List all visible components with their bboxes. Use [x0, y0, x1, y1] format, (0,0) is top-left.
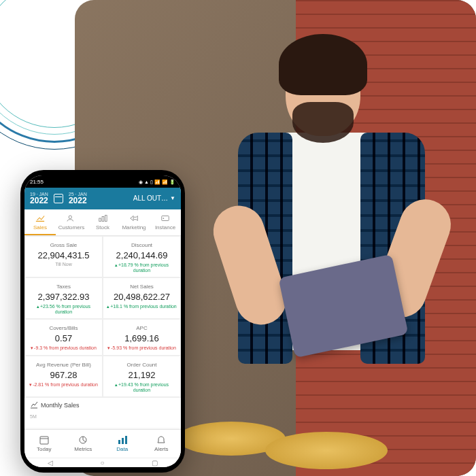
metric-covers-bills[interactable]: Covers/Bills 0.57 -9.3 % from previous d…	[24, 319, 103, 356]
outlet-selector[interactable]: ALL OUT… ▼	[133, 194, 175, 202]
instance-icon	[160, 214, 170, 222]
android-home-icon[interactable]: ○	[100, 459, 104, 466]
tab-sales[interactable]: Sales	[24, 209, 56, 235]
tab-customers[interactable]: Customers	[56, 209, 87, 235]
svg-rect-9	[118, 440, 120, 444]
metric-apc[interactable]: APC 1,699.16 -5.93 % from previous durat…	[103, 319, 181, 356]
pie-chart-icon	[78, 435, 88, 445]
tab-marketing[interactable]: Marketing	[118, 209, 150, 235]
svg-point-5	[163, 218, 165, 219]
svg-rect-6	[40, 437, 48, 444]
metric-avg-revenue[interactable]: Avg Revenue (Per Bill) 967.28 -2.81 % fr…	[24, 356, 103, 397]
nav-alerts[interactable]: Alerts	[142, 430, 182, 458]
metric-taxes[interactable]: Taxes 2,397,322.93 +23.56 % from previou…	[24, 277, 103, 319]
status-icons: ◉▲▯📶📶🔋	[137, 179, 175, 185]
android-status-bar: 21:55 ◉▲▯📶📶🔋	[24, 175, 181, 188]
calendar-icon[interactable]	[54, 194, 63, 203]
sales-icon	[35, 214, 45, 222]
bell-icon	[156, 435, 167, 445]
android-back-icon[interactable]: ◁	[48, 459, 53, 466]
nav-data[interactable]: Data	[103, 430, 142, 458]
chevron-down-icon: ▼	[170, 195, 175, 201]
marketing-icon	[129, 214, 139, 222]
svg-rect-10	[122, 438, 124, 444]
tab-stock[interactable]: Stock	[87, 209, 118, 235]
svg-rect-11	[125, 436, 127, 444]
customers-icon	[67, 214, 76, 222]
metrics-grid: Gross Sale 22,904,431.5 Till Now Discoun…	[24, 236, 181, 429]
top-tabs: Sales Customers Stock Marketing Instance	[24, 209, 181, 236]
monthly-sales-header[interactable]: Monthly Sales	[24, 397, 181, 413]
android-nav-bar: ◁ ○ ▢	[24, 458, 181, 467]
status-time: 21:55	[30, 179, 44, 185]
phone-frame: 21:55 ◉▲▯📶📶🔋 19 · JAN 2022 25 · JAN 2022…	[20, 170, 185, 473]
chart-icon	[30, 402, 38, 409]
stock-icon	[98, 214, 107, 222]
nav-today[interactable]: Today	[24, 430, 64, 458]
metric-gross-sale[interactable]: Gross Sale 22,904,431.5 Till Now	[24, 236, 103, 277]
metric-net-sales[interactable]: Net Sales 20,498,622.27 +18.1 % from pre…	[103, 277, 181, 319]
svg-rect-3	[105, 216, 107, 222]
app-header: 19 · JAN 2022 25 · JAN 2022 ALL OUT… ▼	[24, 188, 181, 209]
monthly-sales-chart: 5M	[24, 413, 181, 428]
tab-instance[interactable]: Instance	[150, 209, 181, 235]
android-recent-icon[interactable]: ▢	[152, 459, 158, 466]
svg-rect-4	[162, 216, 169, 220]
app-screen: 21:55 ◉▲▯📶📶🔋 19 · JAN 2022 25 · JAN 2022…	[24, 175, 181, 467]
nav-metrics[interactable]: Metrics	[64, 430, 103, 458]
calendar-icon	[39, 435, 50, 445]
date-range-start[interactable]: 19 · JAN 2022	[30, 192, 48, 205]
bar-chart-icon	[117, 435, 128, 445]
date-range-end[interactable]: 25 · JAN 2022	[69, 192, 87, 205]
metric-order-count[interactable]: Order Count 21,192 +19.43 % from previou…	[103, 356, 181, 397]
metric-discount[interactable]: Discount 2,240,144.69 +18.79 % from prev…	[103, 236, 181, 277]
svg-rect-1	[99, 218, 101, 221]
bottom-nav: Today Metrics Data Alerts	[24, 429, 181, 458]
svg-point-0	[69, 216, 71, 218]
svg-rect-2	[102, 216, 104, 221]
